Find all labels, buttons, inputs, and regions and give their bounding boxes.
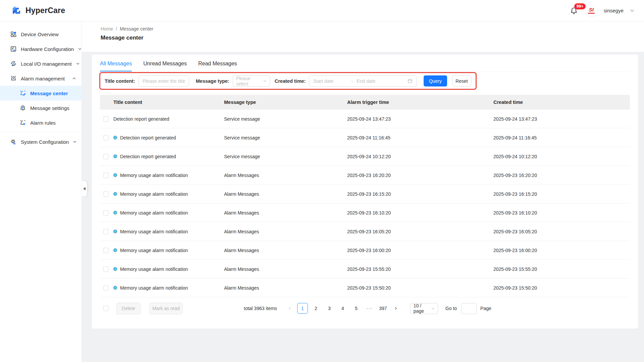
tab-all-messages[interactable]: All Messages <box>100 61 132 71</box>
sidebar-item-system-configuration[interactable]: System Configuration <box>0 134 82 149</box>
table-row[interactable]: Detection report generated Service messa… <box>100 128 630 147</box>
row-checkbox[interactable] <box>103 191 109 197</box>
page-size-value: 10 / page <box>414 303 431 314</box>
alarm-rules-icon <box>19 119 26 126</box>
row-checkbox[interactable] <box>103 285 109 291</box>
tab-unread-messages[interactable]: Unread Messages <box>143 61 187 71</box>
select-all-checkbox[interactable] <box>103 306 109 311</box>
sidebar-item-hardware-configuration[interactable]: Hardware Configuration <box>0 42 82 56</box>
table-row[interactable]: Detection report generated Service messa… <box>100 147 630 166</box>
sidebar-item-message-settings[interactable]: Message settings <box>0 101 82 115</box>
table-row[interactable]: Memory usage alarm notification Alarm Me… <box>100 260 630 279</box>
unread-dot <box>113 155 117 158</box>
sidebar-item-alarm-management[interactable]: Alarm management <box>0 71 82 86</box>
row-trigger-time: 2025-09-23 16:15:20 <box>347 191 493 197</box>
reset-button[interactable]: Reset <box>452 75 471 86</box>
table-row[interactable]: Memory usage alarm notification Alarm Me… <box>100 203 630 222</box>
table-row[interactable]: Memory usage alarm notification Alarm Me… <box>100 241 630 260</box>
page-397[interactable]: 397 <box>378 303 388 314</box>
message-type-label: Message type: <box>196 78 229 84</box>
row-trigger-time: 2025-09-23 16:10:20 <box>347 210 493 216</box>
row-title: Memory usage alarm notification <box>120 173 188 178</box>
row-trigger-time: 2025-09-23 16:20:20 <box>347 173 493 178</box>
created-time-label: Created time: <box>275 78 306 84</box>
row-checkbox[interactable] <box>103 135 109 140</box>
row-type: Alarm Messages <box>224 210 347 216</box>
chevron-down-icon <box>76 62 80 66</box>
table-row[interactable]: Detection report generated Service messa… <box>100 110 630 128</box>
brand-logo: HyperCare <box>0 5 65 17</box>
row-trigger-time: 2025-09-24 10:12:20 <box>347 154 493 159</box>
row-checkbox[interactable] <box>103 116 109 122</box>
row-type: Alarm Messages <box>224 229 347 234</box>
row-checkbox[interactable] <box>103 173 109 178</box>
goto-label: Go to <box>445 306 457 311</box>
row-trigger-time: 2025-09-23 15:50:20 <box>347 285 493 291</box>
message-type-select[interactable]: Please select <box>233 75 270 87</box>
page-5[interactable]: 5 <box>351 303 362 314</box>
user-menu-chevron-down-icon[interactable] <box>630 8 635 13</box>
col-title-content: Title content <box>113 100 224 105</box>
page-1[interactable]: 1 <box>297 303 308 314</box>
sidebar-item-label: System Configuration <box>21 139 69 145</box>
notification-bell-button[interactable]: 99+ <box>569 6 579 16</box>
mark-as-read-button[interactable]: Mark as read <box>150 303 182 314</box>
page-2[interactable]: 2 <box>311 303 321 314</box>
breadcrumb-home[interactable]: Home <box>101 26 113 32</box>
message-settings-icon <box>19 105 26 111</box>
sidebar-item-local-io-management[interactable]: Local I/O management <box>0 56 82 71</box>
table-footer: Delete Mark as read total 3963 items 1 2… <box>100 302 630 315</box>
sidebar-item-device-overview[interactable]: Device Overview <box>0 27 82 42</box>
table-row[interactable]: Memory usage alarm notification Alarm Me… <box>100 222 630 241</box>
page-4[interactable]: 4 <box>337 303 348 314</box>
query-button[interactable]: Query <box>424 75 447 86</box>
created-time-range-picker[interactable]: Start date → End date <box>309 75 417 87</box>
row-trigger-time: 2025-09-23 15:55:20 <box>347 266 493 272</box>
pagination: 1 2 3 4 5 ••• 397 <box>285 303 400 314</box>
tab-read-messages[interactable]: Read Messages <box>198 61 237 71</box>
table-row[interactable]: Memory usage alarm notification Alarm Me… <box>100 279 630 297</box>
page-3[interactable]: 3 <box>324 303 335 314</box>
row-title: Memory usage alarm notification <box>120 191 188 197</box>
row-type: Alarm Messages <box>224 248 347 253</box>
username-label[interactable]: sinsegye <box>604 8 624 13</box>
unread-dot <box>113 136 117 139</box>
delete-button[interactable]: Delete <box>116 303 141 314</box>
row-checkbox[interactable] <box>103 248 109 253</box>
gear-icon <box>10 138 17 145</box>
row-checkbox[interactable] <box>103 210 109 216</box>
page-ellipsis[interactable]: ••• <box>364 303 375 314</box>
page-size-select[interactable]: 10 / page <box>410 303 438 314</box>
row-type: Service message <box>224 135 347 140</box>
sidebar-item-label: Message center <box>30 90 76 96</box>
title-content-input[interactable] <box>139 75 189 87</box>
prev-page-button[interactable] <box>285 303 294 314</box>
table-row[interactable]: Memory usage alarm notification Alarm Me… <box>100 166 630 185</box>
col-alarm-trigger-time: Alarm trigger time <box>347 100 493 105</box>
filter-bar-annotation: Title content: Message type: Please sele… <box>99 72 477 90</box>
brand-name: HyperCare <box>25 6 65 15</box>
sidebar-collapse-handle[interactable] <box>82 181 87 196</box>
user-avatar[interactable]: SI <box>585 4 598 17</box>
next-page-button[interactable] <box>391 303 400 314</box>
table-row[interactable]: Memory usage alarm notification Alarm Me… <box>100 185 630 203</box>
io-sync-icon <box>10 60 17 67</box>
breadcrumb-separator: / <box>116 26 117 32</box>
unread-dot <box>113 267 117 271</box>
chevron-up-icon <box>72 76 76 80</box>
collapse-arrow-left-icon <box>83 187 86 190</box>
row-checkbox[interactable] <box>103 266 109 272</box>
sidebar-item-label: Local I/O management <box>21 61 72 67</box>
row-type: Alarm Messages <box>224 266 347 272</box>
row-checkbox[interactable] <box>103 154 109 159</box>
row-created-time: 2025-09-23 16:05:20 <box>493 229 630 234</box>
end-date-placeholder: End date <box>357 78 375 84</box>
sidebar-item-message-center[interactable]: Message center <box>0 86 82 101</box>
row-checkbox[interactable] <box>103 229 109 234</box>
row-title: Detection report generated <box>120 135 176 140</box>
header-actions: 99+ SI sinsegye <box>569 4 644 17</box>
message-center-icon <box>19 90 26 97</box>
avatar-logo-underline <box>588 13 595 14</box>
sidebar-item-alarm-rules[interactable]: Alarm rules <box>0 115 82 130</box>
goto-page-input[interactable] <box>461 303 477 314</box>
